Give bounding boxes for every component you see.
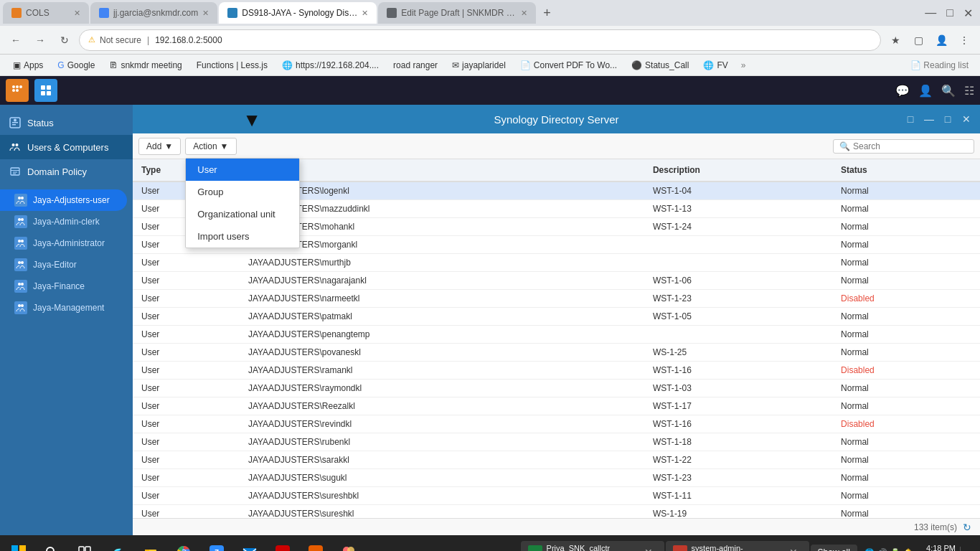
task-view-button[interactable] bbox=[69, 537, 100, 551]
table-row[interactable]: User JAYAADJUSTERS\murthjb Normal bbox=[133, 254, 980, 272]
bookmark-functions[interactable]: Functions | Less.js bbox=[192, 59, 272, 72]
reading-list-button[interactable]: 📄 Reading list bbox=[908, 60, 971, 70]
synology-logo[interactable] bbox=[6, 79, 29, 102]
app-red-taskbar-button[interactable]: P bbox=[267, 537, 298, 551]
show-all-button[interactable]: Show all bbox=[811, 545, 857, 551]
window-maximize-button[interactable]: □ bbox=[940, 111, 956, 127]
search-input[interactable] bbox=[853, 141, 968, 151]
table-row[interactable]: User JAYAADJUSTERS\patmakl WST-1-05 Norm… bbox=[133, 308, 980, 326]
bookmark-apps[interactable]: ▣ Apps bbox=[9, 59, 47, 72]
bookmark-roadranger[interactable]: road ranger bbox=[389, 59, 442, 72]
svg-rect-10 bbox=[12, 122, 18, 123]
directory-server-icon[interactable] bbox=[34, 79, 57, 102]
pdf-file-close[interactable]: ✕ bbox=[785, 545, 802, 551]
bookmark-star-button[interactable]: ★ bbox=[885, 30, 905, 50]
sidebar-item-domain-policy[interactable]: Domain Policy bbox=[0, 159, 133, 184]
tab-editpage[interactable]: Edit Page Draft | SNKMDR DOCU... ✕ bbox=[378, 2, 536, 24]
bookmark-snkmdr[interactable]: 🖹 snkmdr meeting bbox=[105, 59, 186, 72]
window-minimize-button[interactable]: — bbox=[921, 111, 937, 127]
table-row[interactable]: User JAYAADJUSTERS\raymondkl WST-1-03 No… bbox=[133, 380, 980, 397]
notification-icon[interactable]: 🔔 bbox=[903, 548, 913, 552]
table-row[interactable]: User JAYAADJUSTERS\penangtemp Normal bbox=[133, 326, 980, 344]
sidebar-group-admin-clerk[interactable]: Jaya-Admin-clerk bbox=[0, 211, 133, 232]
sidebar-group-adjusters-user[interactable]: Jaya-Adjusters-user bbox=[0, 189, 127, 211]
address-bar[interactable]: ⚠ Not secure | 192.168.0.2:5000 bbox=[79, 29, 881, 51]
network-icon[interactable]: 🌐 bbox=[864, 548, 875, 552]
action-button[interactable]: Action ▼ bbox=[185, 138, 236, 155]
tab-cols-close[interactable]: ✕ bbox=[74, 9, 80, 18]
sidebar-group-management[interactable]: Jaya-Management bbox=[0, 297, 133, 319]
sidebar-item-status[interactable]: Status bbox=[0, 110, 133, 135]
sidebar-group-administrator[interactable]: Jaya-Administrator bbox=[0, 232, 133, 254]
mail-taskbar-button[interactable] bbox=[234, 537, 265, 551]
refresh-button[interactable]: ↻ bbox=[963, 522, 971, 533]
svg-rect-5 bbox=[41, 85, 45, 90]
bookmark-fv[interactable]: 🌐 FV bbox=[699, 59, 732, 72]
taskbar-clock[interactable]: 4:18 PM 26/01/2022 bbox=[916, 544, 956, 551]
table-row[interactable]: User JAYAADJUSTERS\revindkl WST-1-16 Dis… bbox=[133, 415, 980, 433]
table-row[interactable]: User JAYAADJUSTERS\sureshkl WS-1-19 Norm… bbox=[133, 505, 980, 519]
minimize-browser-button[interactable]: — bbox=[920, 6, 941, 19]
window-settings-button[interactable]: □ bbox=[903, 111, 918, 127]
table-row[interactable]: User JAYAADJUSTERS\Reezalkl WST-1-17 Nor… bbox=[133, 397, 980, 415]
extensions-button[interactable]: ▢ bbox=[908, 30, 928, 50]
edge-taskbar-button[interactable] bbox=[102, 537, 133, 551]
table-row[interactable]: User JAYAADJUSTERS\sugukl WST-1-23 Norma… bbox=[133, 469, 980, 487]
table-row[interactable]: User JAYAADJUSTERS\narmeetkl WST-1-23 Di… bbox=[133, 290, 980, 308]
bookmark-jayaplaridel[interactable]: ✉ jayaplaridel bbox=[448, 59, 510, 72]
table-row[interactable]: User JAYAADJUSTERS\sarakkl WST-1-22 Norm… bbox=[133, 451, 980, 469]
taskbar-file-xlsx[interactable]: X Priya_SNK_callctr (1).xlsx ∧ ✕ bbox=[521, 541, 664, 551]
table-row[interactable]: User JAYAADJUSTERS\nagarajankl WST-1-06 … bbox=[133, 272, 980, 290]
dropdown-item-org-unit[interactable]: Organizational unit bbox=[186, 203, 299, 225]
new-tab-button[interactable]: + bbox=[537, 6, 557, 21]
back-button[interactable]: ← bbox=[6, 30, 26, 50]
explorer-taskbar-button[interactable] bbox=[135, 537, 166, 551]
user-topbar-icon[interactable]: 👤 bbox=[918, 84, 933, 98]
zoom-taskbar-button[interactable]: Z bbox=[201, 537, 232, 551]
bookmark-google[interactable]: G Google bbox=[53, 59, 99, 72]
menu-button[interactable]: ⋮ bbox=[954, 30, 974, 50]
tab-jjgarcia[interactable]: jj.garcia@snkmdr.com ✕ bbox=[90, 2, 217, 24]
reload-button[interactable]: ↻ bbox=[55, 30, 75, 50]
app-colorful-taskbar-button[interactable] bbox=[333, 537, 364, 551]
more-bookmarks-button[interactable]: » bbox=[738, 60, 749, 70]
table-row[interactable]: User JAYAADJUSTERS\ramankl WST-1-16 Disa… bbox=[133, 362, 980, 380]
battery-icon[interactable]: 🔋 bbox=[890, 548, 900, 552]
close-browser-button[interactable]: ✕ bbox=[959, 6, 977, 20]
bookmark-ip[interactable]: 🌐 https://192.168.204.... bbox=[278, 59, 383, 72]
restore-browser-button[interactable]: □ bbox=[942, 6, 958, 19]
chat-icon[interactable]: 💬 bbox=[895, 84, 910, 98]
chrome-taskbar-button[interactable] bbox=[168, 537, 199, 551]
tab-jjgarcia-close[interactable]: ✕ bbox=[202, 9, 209, 18]
add-button[interactable]: Add ▼ bbox=[138, 138, 181, 155]
bookmark-pdf[interactable]: 📄 Convert PDF To Wo... bbox=[516, 59, 621, 72]
profile-button[interactable]: 👤 bbox=[931, 30, 951, 50]
sidebar-group-editor[interactable]: Jaya-Editor bbox=[0, 254, 133, 276]
table-row[interactable]: User JAYAADJUSTERS\sureshbkl WST-1-11 No… bbox=[133, 487, 980, 505]
tab-ds918-close[interactable]: ✕ bbox=[362, 9, 368, 18]
forward-button[interactable]: → bbox=[30, 30, 50, 50]
table-row[interactable]: User JAYAADJUSTERS\povaneskl WS-1-25 Nor… bbox=[133, 344, 980, 362]
bookmark-statuscall[interactable]: ⚫ Status_Call bbox=[627, 59, 693, 72]
dropdown-item-user[interactable]: User bbox=[186, 159, 299, 181]
tab-editpage-close[interactable]: ✕ bbox=[521, 9, 527, 18]
taskbar-file-pdf[interactable]: P system-admin-cre....pdf ∧ ✕ bbox=[666, 541, 809, 551]
window-close-button[interactable]: ✕ bbox=[958, 111, 974, 127]
search-topbar-icon[interactable]: 🔍 bbox=[941, 84, 956, 98]
sidebar-group-finance[interactable]: Jaya-Finance bbox=[0, 276, 133, 297]
sidebar-item-users-computers[interactable]: Users & Computers bbox=[0, 135, 133, 159]
app-orange-taskbar-button[interactable]: ◆ bbox=[300, 537, 331, 551]
search-taskbar-button[interactable] bbox=[36, 537, 67, 551]
item-count: 133 item(s) bbox=[914, 522, 957, 532]
cell-description: WST-1-06 bbox=[644, 272, 832, 290]
grid-topbar-icon[interactable]: ☷ bbox=[964, 84, 974, 98]
table-row[interactable]: User JAYAADJUSTERS\rubenkl WST-1-18 Norm… bbox=[133, 433, 980, 451]
tab-cols[interactable]: COLS ✕ bbox=[3, 2, 89, 24]
dropdown-item-import-users[interactable]: Import users bbox=[186, 225, 299, 248]
show-desktop-button[interactable]: ▬ bbox=[960, 547, 971, 551]
volume-icon[interactable]: 🔊 bbox=[877, 548, 887, 552]
dropdown-item-group[interactable]: Group bbox=[186, 181, 299, 203]
tab-ds918[interactable]: DS918-JAYA - Synology DiskStat... ✕ bbox=[219, 2, 377, 24]
start-button[interactable] bbox=[3, 537, 34, 551]
xlsx-file-close[interactable]: ✕ bbox=[640, 545, 657, 551]
